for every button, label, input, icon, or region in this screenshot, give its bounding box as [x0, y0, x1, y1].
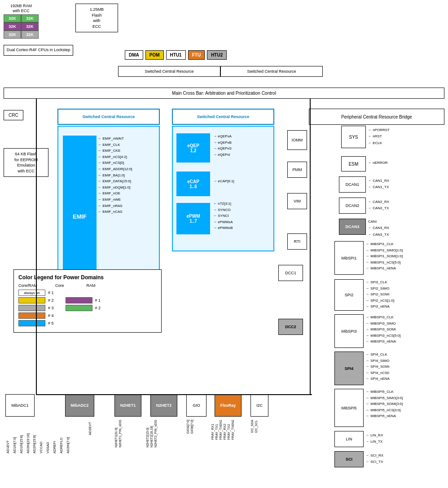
legend-row-2: # 2 # 1	[18, 297, 157, 303]
n2het1-signals-bottom: N2HET1[31:0] N2HET1_PIN_nDIS	[114, 420, 122, 448]
eqep-signals: → eQEPxA → eQEPxB → eQEPxS → eQEPxI	[213, 133, 232, 158]
gio-signals-bottom: GIOA[7:0] GIOB[7:0]	[186, 420, 193, 434]
legend-row-4: # 4	[18, 312, 157, 319]
legend-number-ram2: # 2	[95, 306, 101, 310]
dcc1-box: DCC1	[278, 265, 303, 281]
mem-cell-3: 32K	[21, 22, 39, 31]
periph-row: DMA POM HTU1 FTU HTU2	[125, 50, 227, 60]
legend-row-1: always on # 1	[18, 290, 157, 296]
mibspi3-box: MibSPI3	[334, 314, 364, 348]
dcc2-box: DCC2	[278, 319, 303, 335]
vbus-right	[310, 99, 311, 395]
lin-signals: ← LIN_RX ← LIN_TX	[366, 432, 383, 445]
spi2-signals: ← SPI2_CLK ← SPI2_SIMO ← SPI2_SOMI ← SPI…	[366, 279, 394, 310]
esm-signals: ← nERROR	[368, 160, 388, 166]
rti-box: RTI	[287, 233, 307, 250]
legend-number-3: # 3	[48, 306, 54, 310]
mibspi1-box: MibSPI1	[334, 241, 364, 275]
flash-block: 1.25MBFlashwithECC	[75, 4, 118, 32]
legend-swatch-1: always on	[18, 290, 45, 296]
hbus-bottom	[36, 394, 312, 395]
lin-box: LIN	[334, 431, 364, 447]
mibadc1-signals-bottom: AD1EVT AD1IN[7:0] AD1IN[15:8] AD2IN[23:1…	[5, 420, 71, 456]
mem-cell-0: 32K	[4, 14, 21, 22]
ftu-box: FTU	[188, 50, 205, 60]
mibspi5-box: MibSPI5	[334, 389, 364, 427]
sys-box: SYS	[341, 126, 366, 148]
sci-box: SCI	[334, 451, 364, 467]
spi2-box: SPI2	[334, 279, 364, 311]
scr-row1: Switched Central Resource Switched Centr…	[118, 66, 323, 77]
pmm-box: PMM	[287, 162, 307, 178]
sys-signals: ← nPORRST ← nRST ← ECLK	[368, 127, 390, 146]
dcan1-box: DCAN1	[339, 176, 366, 193]
vim-box: VIM	[287, 193, 307, 209]
ecap-signals: → eCAP[6:1]	[213, 178, 234, 185]
epwm-signals: ← nTZ[3:1] → SYNCO ← SYNCI → ePWMxA → eP…	[213, 201, 233, 231]
legend-swatch-yellow	[18, 297, 45, 303]
htu1-box: HTU1	[166, 50, 186, 60]
legend-subtitle-coreRam: Core/RAM	[18, 283, 37, 288]
dcan1-signals: ← CAN1_RX ← CAN1_TX	[368, 178, 389, 191]
legend-row-5: # 5	[18, 320, 157, 326]
legend-swatch-purple	[66, 297, 92, 303]
crc-box: CRC	[4, 110, 23, 120]
scr-box-2: Switched Central Resource	[220, 66, 323, 77]
mibspi1-signals: ← MIBSPI1_CLK ← MIBSPI1_SIMO[1:0] ← MIBS…	[366, 241, 403, 272]
legend-swatch-green	[66, 305, 92, 311]
mibadc1-box: MibADC1	[5, 394, 35, 417]
ecap-block: eCAP1..6	[176, 171, 210, 196]
iomm-box: IOMM	[287, 130, 307, 150]
memory-label: 192kB RAM with ECC	[4, 4, 39, 13]
flash64-box: 64 KB Flashfor EEPROMEmulationwith ECC	[4, 148, 48, 177]
sci-signals: ← SCI_RX ← SCI_TX	[366, 453, 383, 466]
flexray-box: FlexRay	[215, 394, 242, 417]
flexray-signals-bottom: FRAY_RX1 FRAY_TX1 FRAY_TXEN1 FRAY_RX2 FR…	[211, 420, 234, 440]
crossbar: Main Cross Bar: Arbitration and Prioriti…	[4, 88, 444, 99]
legend-number-5: # 5	[48, 321, 54, 325]
mibspi3-signals: ← MIBSPI3_CLK ← MIBSPI3_SIMO ← MIBSPI3_S…	[366, 314, 400, 345]
legend-number-4: # 4	[48, 313, 54, 318]
mem-cell-1: 32K	[21, 14, 39, 22]
n2het2-signals-bottom: N2HET2[15:0] N2HET2[18,16] N2HET2_PIN_nD…	[146, 420, 157, 448]
spi4-box: SPI4	[334, 352, 364, 385]
gio-box: GIO	[186, 394, 206, 417]
i2c-signals-bottom: I2C_SDA I2C_SCL	[250, 420, 258, 433]
memory-block: 192kB RAM with ECC 32K 32K 32K 32K 32K 3…	[4, 4, 39, 39]
pom-box: POM	[145, 50, 164, 60]
legend-number-1: # 1	[48, 290, 54, 295]
dcan2-signals: ← CAN2_RX ← CAN2_TX	[368, 199, 389, 212]
ad2evt-signal: AD2EVT	[88, 422, 92, 435]
block-diagram: 192kB RAM with ECC 32K 32K 32K 32K 32K 3…	[0, 0, 448, 488]
legend-subtitle-ram: RAM	[87, 283, 96, 288]
mem-cell-4: 32K	[4, 31, 21, 39]
scr-blue-1: Switched Central Resource	[57, 109, 160, 125]
mem-cell-5: 32K	[21, 31, 39, 39]
legend-subtitle-core: Core	[55, 283, 64, 288]
scr-box-1: Switched Central Resource	[118, 66, 220, 77]
legend-swatch-orange	[18, 312, 45, 319]
legend-number-2: # 2	[48, 298, 54, 303]
legend-number-ram1: # 1	[95, 298, 101, 303]
legend-swatch-blue	[18, 320, 45, 326]
n2het1-box: N2HET1	[114, 394, 141, 417]
dcan3-box: DCAN3	[339, 219, 366, 235]
spi4-signals: ← SPI4_CLK ← SPI4_SIMO ← SPI4_SOMI ← SPI…	[366, 352, 390, 382]
legend-row-3: # 3 # 2	[18, 305, 157, 311]
mibspi5-signals: ← MIBSPI5_CLK ← MIBSPI5_SIMO[3:0] ← MIBS…	[366, 389, 403, 419]
memory-grid: 32K 32K 32K 32K 32K 32K	[4, 14, 39, 39]
epwm-block: ePWM1..7	[176, 203, 210, 234]
mibadc2-box: MibADC2	[65, 394, 94, 417]
dma-box: DMA	[125, 50, 143, 60]
esm-box: ESM	[341, 156, 366, 171]
pcr-bridge: Peripheral Central Resource Bridge	[309, 109, 444, 125]
i2c-box: I2C	[250, 394, 268, 417]
legend-title: Color Legend for Power Domains	[18, 274, 157, 281]
dcan2-box: DCAN2	[339, 198, 366, 214]
n2het2-box: N2HET2	[150, 394, 177, 417]
eqep-block: eQEP1,2	[176, 133, 210, 163]
dcan3-signals: CANI ← CAN3_RX ← CAN3_TX	[368, 219, 389, 238]
legend-swatch-gray	[18, 305, 45, 311]
cpu-label: Dual Cortex-R4F CPUs in Lockstep	[4, 45, 73, 56]
scr-blue-2: Switched Central Resource	[172, 109, 274, 125]
